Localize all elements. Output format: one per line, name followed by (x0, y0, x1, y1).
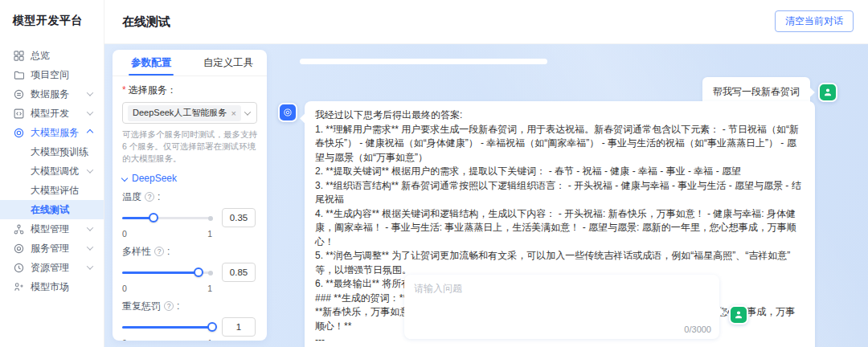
page-title: 在线测试 (122, 14, 170, 30)
model-logo-icon (282, 107, 293, 118)
service-help-text: 可选择多个服务同时测试，最多支持 6 个服务。仅可选择部署在测试环境的大模型服务… (122, 129, 257, 165)
person-icon (733, 309, 744, 320)
diversity-label: 多样性 (122, 245, 151, 259)
diversity-input[interactable] (222, 263, 256, 282)
sidebar-item-label: 服务管理 (31, 242, 69, 255)
temperature-group: 温度 ?: 01 (122, 190, 257, 239)
ai-avatar (278, 103, 297, 122)
sidebar-item-label: 大模型预训练 (31, 145, 88, 159)
sidebar-item-label: 模型市场 (31, 280, 69, 294)
chevron-down-icon (87, 243, 93, 250)
chevron-down-icon (87, 108, 93, 115)
diversity-slider[interactable] (122, 267, 212, 277)
sidebar-item-label: 总览 (31, 49, 50, 63)
tab-parameter-config[interactable]: 参数配置 (113, 50, 190, 76)
chevron-up-icon (87, 129, 93, 136)
sidebar-item-label: 大模型评估 (31, 184, 79, 198)
data-service-icon (13, 88, 24, 100)
app-title: 模型开发平台 (0, 0, 104, 28)
help-icon[interactable]: ? (154, 247, 164, 256)
temperature-slider[interactable] (122, 213, 212, 222)
page-header: 在线测试 清空当前对话 (104, 0, 868, 44)
required-mark: * (122, 84, 126, 96)
slider-thumb[interactable] (149, 213, 158, 222)
deepseek-section-toggle[interactable]: DeepSeek (122, 173, 257, 184)
folder-icon (13, 69, 24, 80)
sidebar-item-label: 数据服务 (31, 88, 69, 101)
sidebar-item-data-service[interactable]: 数据服务 (0, 84, 104, 104)
slider-thumb[interactable] (194, 267, 203, 277)
code-icon (13, 108, 24, 119)
service-mgmt-icon (13, 243, 24, 254)
select-service-label: *选择服务： (122, 84, 257, 97)
sidebar-item-llm-tuning[interactable]: 大模型调优 (0, 161, 104, 181)
nodes-icon (13, 223, 24, 235)
sidebar-item-label: 大模型服务 (31, 126, 79, 140)
repetition-penalty-group: 重复惩罚 ?: 01 (122, 300, 257, 341)
resource-mgmt-icon (13, 262, 24, 273)
sidebar: 模型开发平台 总览 项目空间 数据服务 模型开发 大模型服务 大模型预训练 (0, 0, 104, 347)
chevron-down-icon (87, 224, 93, 231)
chat-input-bubble: 0/3000 (404, 275, 719, 339)
sidebar-item-llm-pretrain[interactable]: 大模型预训练 (0, 142, 104, 161)
sidebar-item-model-mgmt[interactable]: 模型管理 (0, 219, 104, 239)
sidebar-item-llm-eval[interactable]: 大模型评估 (0, 181, 104, 200)
scrolled-message-remnant (300, 59, 547, 64)
sidebar-item-label: 在线测试 (31, 203, 69, 217)
sidebar-item-label: 项目空间 (31, 68, 69, 82)
service-select[interactable]: DeepSeek人工智能服务 × (122, 102, 257, 124)
sidebar-item-label: 资源管理 (31, 261, 69, 275)
send-button[interactable] (729, 305, 748, 325)
sidebar-item-project-space[interactable]: 项目空间 (0, 65, 104, 84)
help-icon[interactable]: ? (164, 301, 174, 311)
service-tag: DeepSeek人工智能服务 × (128, 105, 241, 121)
content-area: 参数配置 自定义工具 *选择服务： DeepSeek人工智能服务 × 可选择多个… (104, 44, 868, 347)
tab-custom-tools[interactable]: 自定义工具 (190, 50, 267, 76)
sidebar-item-service-mgmt[interactable]: 服务管理 (0, 239, 104, 258)
sidebar-item-llm-service[interactable]: 大模型服务 (0, 123, 104, 142)
chevron-down-icon (244, 108, 251, 115)
sidebar-item-model-dev[interactable]: 模型开发 (0, 104, 104, 123)
sidebar-item-label: 大模型调优 (31, 165, 79, 178)
slider-thumb[interactable] (207, 322, 217, 332)
help-icon[interactable]: ? (145, 192, 154, 202)
chat-input[interactable] (404, 275, 719, 321)
sidebar-item-label: 模型开发 (31, 107, 69, 120)
chat-area: 帮我写一段新春贺词 我经过以下思考后得出最终的答案: 1. **理解用户需求**… (275, 44, 858, 347)
remove-tag-icon[interactable]: × (231, 108, 235, 118)
person-icon (822, 87, 833, 98)
market-icon (13, 281, 24, 292)
sidebar-item-overview[interactable]: 总览 (0, 46, 104, 65)
repetition-penalty-input[interactable] (222, 317, 256, 337)
sidebar-item-resource-mgmt[interactable]: 资源管理 (0, 258, 104, 277)
user-avatar (818, 83, 837, 102)
repetition-penalty-slider[interactable] (122, 322, 212, 332)
chevron-down-icon (87, 89, 93, 96)
temperature-label: 温度 (122, 190, 141, 204)
chevron-down-icon (87, 166, 93, 173)
char-counter: 0/3000 (684, 325, 711, 334)
sidebar-item-online-test[interactable]: 在线测试 (0, 200, 104, 219)
llm-service-icon (13, 127, 24, 138)
temperature-input[interactable] (222, 208, 256, 227)
sidebar-item-label: 模型管理 (31, 222, 69, 236)
grid-icon (13, 50, 24, 61)
clear-conversation-button[interactable]: 清空当前对话 (775, 10, 854, 32)
chevron-down-icon (87, 263, 93, 269)
sidebar-nav: 总览 项目空间 数据服务 模型开发 大模型服务 大模型预训练 大模型调优 (0, 46, 104, 296)
sidebar-item-model-market[interactable]: 模型市场 (0, 277, 104, 296)
parameter-panel: 参数配置 自定义工具 *选择服务： DeepSeek人工智能服务 × 可选择多个… (113, 50, 267, 341)
chevron-down-icon (121, 175, 128, 182)
panel-tabs: 参数配置 自定义工具 (113, 50, 267, 76)
repetition-penalty-label: 重复惩罚 (122, 300, 161, 313)
diversity-group: 多样性 ?: 01 (122, 245, 257, 293)
